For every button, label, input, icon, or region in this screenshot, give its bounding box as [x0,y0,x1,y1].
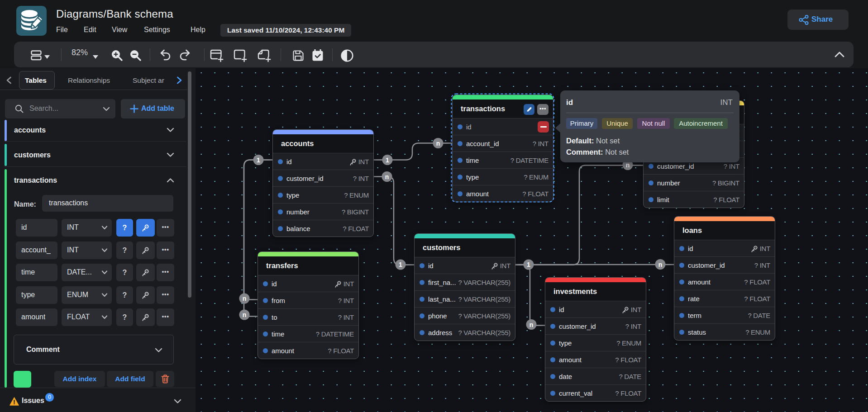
svg-text:n: n [436,140,440,147]
svg-text:n: n [243,311,247,318]
svg-text:n: n [658,261,663,268]
svg-text:1: 1 [386,156,389,164]
svg-text:1: 1 [399,261,402,268]
svg-text:1: 1 [257,156,260,164]
svg-text:1: 1 [527,261,530,268]
svg-text:n: n [385,173,389,180]
svg-text:n: n [529,321,534,328]
svg-text:n: n [243,295,247,302]
